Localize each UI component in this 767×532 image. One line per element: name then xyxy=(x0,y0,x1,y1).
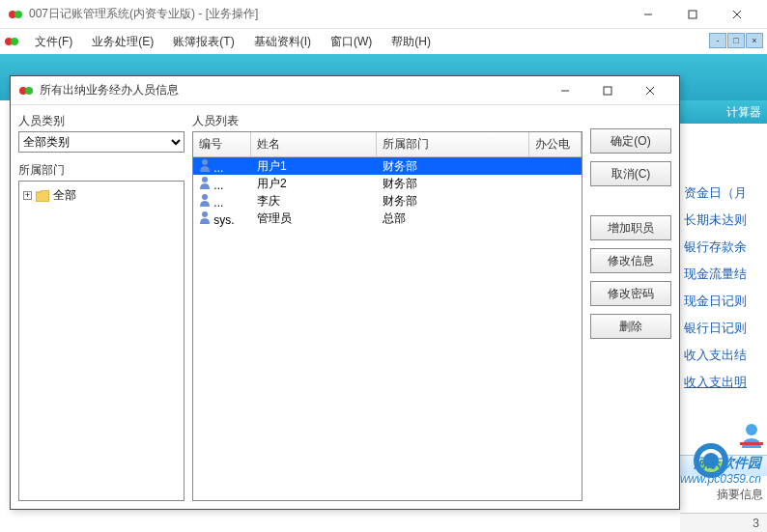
link-income-expense-detail[interactable]: 收入支出明 xyxy=(684,369,763,396)
svg-rect-3 xyxy=(689,11,696,18)
ok-button[interactable]: 确定(O) xyxy=(590,128,671,154)
list-rows: ...用户1财务部 ...用户2财务部 ...李庆财务部 sys.管理员总部 xyxy=(193,157,582,227)
summary-info-label: 摘要信息 xyxy=(717,487,763,503)
cell-dept: 总部 xyxy=(377,209,529,229)
link-cashflow[interactable]: 现金流量结 xyxy=(684,261,763,288)
minimize-button[interactable] xyxy=(626,0,670,29)
col-header-office[interactable]: 办公电 xyxy=(529,132,582,156)
svg-rect-13 xyxy=(604,87,611,95)
maximize-icon xyxy=(603,86,612,96)
link-bank-journal[interactable]: 银行日记则 xyxy=(684,315,763,342)
menu-help[interactable]: 帮助(H) xyxy=(382,30,440,54)
dialog-left-column: 人员类别 全部类别 所属部门 + 全部 xyxy=(18,113,185,501)
menu-file[interactable]: 文件(F) xyxy=(25,30,82,54)
dialog-center-column: 人员列表 编号 姓名 所属部门 办公电 ...用户1财务部 ...用户2财务部 … xyxy=(192,113,582,501)
link-bank-balance[interactable]: 银行存款余 xyxy=(684,234,763,261)
cell-code: sys. xyxy=(193,209,251,229)
minimize-icon xyxy=(643,10,653,19)
cancel-button[interactable]: 取消(C) xyxy=(590,161,671,186)
mdi-close-button[interactable]: × xyxy=(746,33,763,48)
mdi-controls: - □ × xyxy=(709,33,763,48)
mdi-minimize-button[interactable]: - xyxy=(709,33,726,48)
svg-point-17 xyxy=(202,177,208,182)
person-icon xyxy=(199,210,211,224)
staff-list[interactable]: 编号 姓名 所属部门 办公电 ...用户1财务部 ...用户2财务部 ...李庆… xyxy=(192,131,582,501)
maximize-icon xyxy=(688,10,697,19)
add-staff-button[interactable]: 增加职员 xyxy=(590,215,671,240)
dialog-body: 人员类别 全部类别 所属部门 + 全部 人员列表 xyxy=(11,105,679,509)
col-header-dept[interactable]: 所属部门 xyxy=(377,132,529,156)
person-icon xyxy=(199,158,211,172)
dialog-close-button[interactable] xyxy=(629,76,671,105)
menu-window[interactable]: 窗口(W) xyxy=(321,30,382,54)
close-icon xyxy=(732,10,742,19)
delete-button[interactable]: 删除 xyxy=(590,314,671,339)
app-icon-small xyxy=(4,34,19,49)
svg-point-11 xyxy=(25,87,33,95)
dialog-minimize-button[interactable] xyxy=(544,76,586,105)
table-row[interactable]: sys.管理员总部 xyxy=(193,210,582,227)
menubar: 文件(F) 业务处理(E) 账簿报表(T) 基础资料(I) 窗口(W) 帮助(H… xyxy=(0,29,767,54)
tree-root-label: 全部 xyxy=(53,187,76,204)
svg-point-1 xyxy=(14,11,22,18)
cell-office xyxy=(529,216,582,220)
tree-expand-icon[interactable]: + xyxy=(23,191,32,200)
svg-point-16 xyxy=(202,159,208,165)
link-cash-journal[interactable]: 现金日记则 xyxy=(684,288,763,315)
watermark-text: 河东软件园 xyxy=(694,455,761,472)
list-title: 人员列表 xyxy=(192,113,582,129)
minimize-icon xyxy=(560,86,570,96)
change-password-button[interactable]: 修改密码 xyxy=(590,281,671,306)
svg-point-8 xyxy=(746,424,757,435)
cell-name: 管理员 xyxy=(251,209,377,229)
link-income-expense[interactable]: 收入支出结 xyxy=(684,342,763,369)
edit-info-button[interactable]: 修改信息 xyxy=(590,248,671,273)
cell-office xyxy=(529,199,582,203)
mdi-restore-button[interactable]: □ xyxy=(727,33,745,48)
category-select[interactable]: 全部类别 xyxy=(18,131,185,153)
close-button[interactable] xyxy=(715,0,759,29)
menu-business[interactable]: 业务处理(E) xyxy=(82,30,163,54)
table-row[interactable]: ...李庆财务部 xyxy=(193,192,582,210)
dialog-maximize-button[interactable] xyxy=(586,76,629,105)
close-icon xyxy=(645,86,655,96)
dialog-icon xyxy=(18,83,34,98)
main-titlebar: 007日记账管理系统(内资专业版) - [业务操作] xyxy=(0,0,767,29)
table-row[interactable]: ...用户1财务部 xyxy=(193,157,582,175)
staff-dialog: 所有出纳业务经办人员信息 人员类别 全部类别 所属部门 + xyxy=(10,75,680,510)
svg-point-19 xyxy=(202,211,208,217)
cell-office xyxy=(529,182,582,185)
person-avatar-icon xyxy=(738,421,765,448)
folder-icon xyxy=(36,190,49,202)
maximize-button[interactable] xyxy=(670,0,715,29)
dialog-titlebar: 所有出纳业务经办人员信息 xyxy=(11,76,679,105)
person-icon xyxy=(199,176,211,189)
menu-reports[interactable]: 账簿报表(T) xyxy=(163,30,243,54)
link-longterm[interactable]: 长期未达则 xyxy=(684,207,763,234)
toolbar-calculator-label[interactable]: 计算器 xyxy=(680,100,767,124)
category-label: 人员类别 xyxy=(18,113,185,129)
svg-rect-9 xyxy=(740,442,763,445)
dialog-title: 所有出纳业务经办人员信息 xyxy=(40,82,544,98)
status-bar-number: 3 xyxy=(753,517,759,530)
right-panel-body: 资金日（月 长期未达则 银行存款余 现金流量结 现金日记则 银行日记则 收入支出… xyxy=(680,170,767,400)
col-header-code[interactable]: 编号 xyxy=(193,132,251,156)
list-header: 编号 姓名 所属部门 办公电 xyxy=(193,132,582,157)
svg-point-7 xyxy=(11,38,18,45)
col-header-name[interactable]: 姓名 xyxy=(251,132,377,156)
cell-office xyxy=(529,164,582,168)
table-row[interactable]: ...用户2财务部 xyxy=(193,175,582,192)
right-panel-icon-area xyxy=(738,421,765,451)
watermark-url: www.pc0359.cn xyxy=(680,472,761,486)
dialog-button-column: 确定(O) 取消(C) 增加职员 修改信息 修改密码 删除 xyxy=(590,113,671,501)
svg-point-18 xyxy=(202,194,208,200)
menu-masterdata[interactable]: 基础资料(I) xyxy=(244,30,321,54)
dept-label: 所属部门 xyxy=(18,162,185,179)
person-icon xyxy=(199,193,211,207)
link-fund-journal[interactable]: 资金日（月 xyxy=(684,180,763,207)
tree-root-item[interactable]: + 全部 xyxy=(23,185,180,206)
app-icon xyxy=(8,7,23,22)
dept-tree[interactable]: + 全部 xyxy=(18,181,185,501)
main-window-title: 007日记账管理系统(内资专业版) - [业务操作] xyxy=(29,6,626,22)
